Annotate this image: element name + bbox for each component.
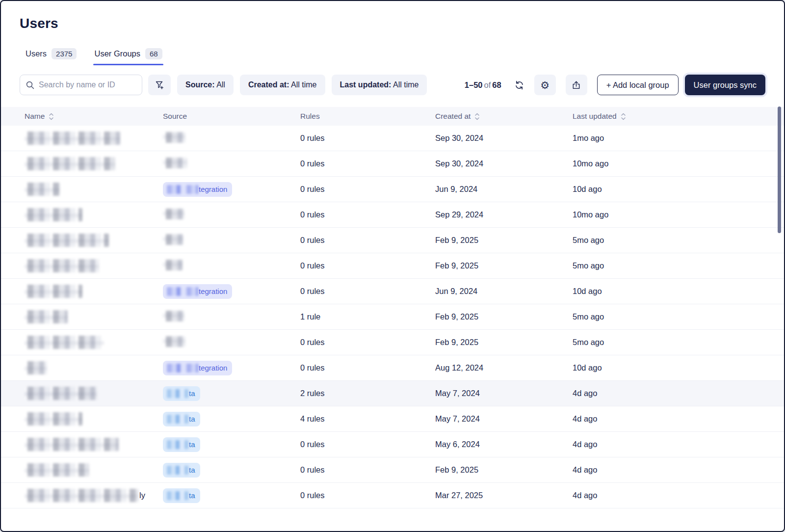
tab-users-count-badge: 2375 [52,48,77,59]
table-row[interactable]: tegration 0 rules Aug 12, 2024 10d ago [1,355,784,381]
cell-updated: 4d ago [573,389,784,398]
table-row[interactable]: 0 rules Sep 30, 2024 1mo ago [1,126,784,151]
cell-created: Mar 27, 2025 [435,491,573,500]
cell-name [25,387,163,400]
filter-button[interactable] [148,75,171,95]
filter-last-updated[interactable]: Last updated: All time [332,75,427,95]
cell-source [163,336,300,349]
source-redaction [163,209,184,219]
export-button[interactable] [566,75,587,95]
filter-created-at-value: All time [291,80,316,89]
users-page: Users Users 2375 User Groups 68 [0,0,785,532]
cell-name [25,157,163,170]
cell-source: tegration [163,182,300,197]
source-badge-visible-text: tegration [199,364,227,372]
source-badge: ta [163,488,200,503]
column-header-last-updated[interactable]: Last updated [573,112,784,121]
pagination-of: of [483,80,493,89]
table-row[interactable]: 0 rules Sep 29, 2024 10mo ago [1,202,784,228]
cell-created: May 7, 2024 [435,389,573,398]
source-badge-redaction [167,389,188,398]
filter-created-at[interactable]: Created at: All time [240,75,325,95]
add-local-group-button[interactable]: + Add local group [597,75,679,95]
filter-source-value: All [216,80,225,89]
column-header-created-at-label: Created at [435,112,471,121]
tab-users-label: Users [26,49,47,58]
name-redaction [25,183,60,196]
column-header-source[interactable]: Source [163,112,300,121]
source-badge-visible-text: tegration [199,185,227,193]
cell-name [25,208,163,221]
cell-source [163,260,300,272]
name-redaction [25,208,82,221]
source-redaction [163,132,185,143]
table-row[interactable]: tegration 0 rules Jun 9, 2024 10d ago [1,279,784,304]
column-header-rules[interactable]: Rules [300,112,435,121]
filter-source[interactable]: Source: All [177,75,234,95]
search-input[interactable] [39,80,140,89]
source-badge-visible-text: ta [189,466,195,474]
name-redaction [25,157,115,170]
name-visible-text: ly [139,491,145,500]
search-box[interactable] [20,75,142,95]
tab-users[interactable]: Users 2375 [26,48,77,65]
user-groups-sync-button[interactable]: User groups sync [685,75,765,95]
column-header-source-label: Source [163,112,187,121]
table-row[interactable]: 0 rules Feb 9, 2025 5mo ago [1,330,784,355]
source-badge-redaction [167,185,198,194]
name-redaction [25,336,104,349]
cell-updated: 10mo ago [573,210,784,219]
cell-rules: 0 rules [300,363,435,372]
cell-source: ta [163,488,300,503]
column-header-name[interactable]: Name [25,112,163,121]
cell-updated: 5mo ago [573,338,784,347]
tab-user-groups[interactable]: User Groups 68 [94,48,162,65]
source-badge-redaction [167,491,188,500]
name-redaction [25,387,97,400]
cell-created: Feb 9, 2025 [435,465,573,475]
table-row[interactable]: tegration 0 rules Jun 9, 2024 10d ago [1,177,784,202]
table-row[interactable]: ta 4 rules May 7, 2024 4d ago [1,406,784,432]
name-redaction [25,132,120,145]
cell-updated: 4d ago [573,491,784,500]
table-row[interactable]: ta 0 rules May 6, 2024 4d ago [1,432,784,457]
source-badge: ta [163,463,200,478]
cell-rules: 0 rules [300,185,435,194]
source-badge: tegration [163,361,232,375]
cell-updated: 10d ago [573,363,784,372]
vertical-scrollbar-thumb[interactable] [778,106,781,233]
table-row[interactable]: ta 2 rules May 7, 2024 4d ago [1,381,784,406]
user-groups-table: Name Source Rules Created at Last update… [1,107,784,508]
table-row[interactable]: 0 rules Sep 30, 2024 10mo ago [1,151,784,177]
sort-icon [474,113,480,120]
table-row[interactable]: 0 rules Feb 9, 2025 5mo ago [1,228,784,253]
cell-name [25,183,163,196]
table-row[interactable]: ta 0 rules Feb 9, 2025 4d ago [1,457,784,483]
source-redaction [163,158,187,168]
filter-add-icon [155,80,164,90]
cell-rules: 1 rule [300,312,435,321]
source-redaction [163,336,185,347]
cell-rules: 0 rules [300,287,435,296]
settings-button[interactable]: ⚙ [534,75,556,95]
table-row[interactable]: ly ta 0 rules Mar 27, 2025 4d ago [1,483,784,508]
name-redaction [25,234,109,247]
cell-updated: 4d ago [573,414,784,424]
cell-source: ta [163,437,300,452]
refresh-icon [514,80,524,90]
source-badge: ta [163,437,200,452]
table-row[interactable]: 0 rules Feb 9, 2025 5mo ago [1,253,784,279]
column-header-name-label: Name [25,112,45,121]
filter-source-label: Source: [185,80,215,89]
cell-name [25,259,163,272]
table-row[interactable]: 1 rule Feb 9, 2025 5mo ago [1,304,784,330]
filter-last-updated-value: All time [393,80,419,89]
table-body: 0 rules Sep 30, 2024 1mo ago 0 rules Sep… [1,126,784,508]
cell-rules: 0 rules [300,210,435,219]
refresh-button[interactable] [514,80,524,90]
name-redaction [25,259,99,272]
column-header-created-at[interactable]: Created at [435,112,573,121]
cell-updated: 1mo ago [573,133,784,143]
name-redaction [25,310,68,323]
column-header-rules-label: Rules [300,112,320,121]
